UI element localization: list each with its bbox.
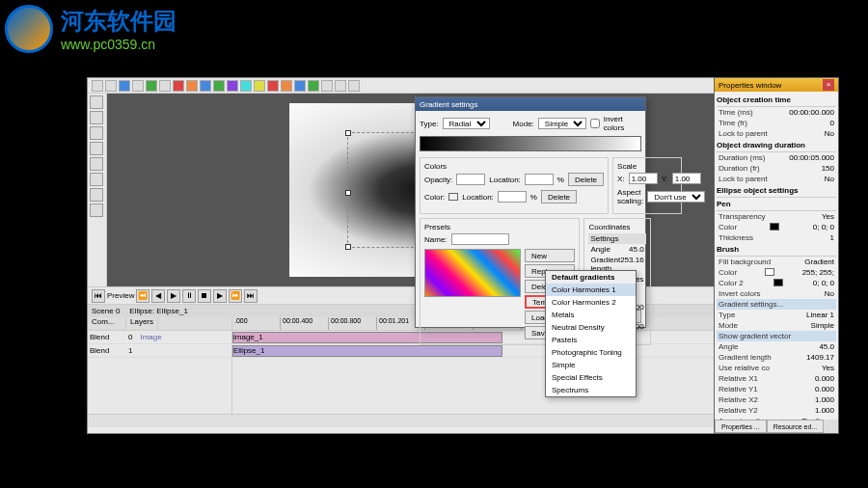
section-ellipse: Ellipse object settings <box>717 184 836 198</box>
invert-label: Invert colors <box>604 115 641 132</box>
toolbar-btn[interactable] <box>92 80 103 92</box>
aspect-select[interactable]: Don't use <box>647 191 705 203</box>
tool-btn[interactable] <box>90 111 103 124</box>
resize-handle[interactable] <box>345 130 351 136</box>
properties-tab[interactable]: Properties ... <box>715 420 767 433</box>
resize-handle[interactable] <box>345 244 351 250</box>
color-swatch[interactable] <box>773 279 783 286</box>
close-icon[interactable]: × <box>823 79 834 91</box>
type-label: Type: <box>420 120 439 128</box>
next-frame-button[interactable]: ⏩ <box>229 289 242 303</box>
dropdown-item[interactable]: Photographic Toning <box>546 346 636 359</box>
dropdown-item[interactable]: Pastels <box>546 334 636 346</box>
tool-btn[interactable] <box>90 188 103 202</box>
resource-tab[interactable]: Resource ed... <box>767 420 825 433</box>
dropdown-item[interactable]: Simple <box>546 359 636 371</box>
toolbar-btn[interactable] <box>294 80 306 92</box>
toolbar-btn[interactable] <box>173 80 184 92</box>
presets-title: Presets <box>424 223 575 231</box>
tool-btn[interactable] <box>90 142 103 155</box>
toolbar-btn[interactable] <box>186 80 198 92</box>
tool-btn[interactable] <box>90 95 103 109</box>
color-swatch[interactable] <box>448 193 458 201</box>
location-input[interactable] <box>525 174 554 185</box>
stop-button[interactable]: ⏹ <box>198 289 211 303</box>
toolbar-btn[interactable] <box>159 80 171 92</box>
dropdown-item[interactable]: Special Effects <box>546 371 636 384</box>
scene-label: Scene 0 <box>92 307 120 315</box>
pause-button[interactable]: ⏸ <box>182 289 196 303</box>
section-duration: Object drawing duration <box>717 139 836 152</box>
scale-title: Scale <box>617 162 677 171</box>
tool-btn[interactable] <box>90 126 103 140</box>
dropdown-item[interactable]: Spectrums <box>546 384 636 396</box>
section-creation: Object creation time <box>717 94 836 107</box>
delete2-button[interactable]: Delete <box>541 190 577 203</box>
toolbar-btn[interactable] <box>321 80 333 92</box>
dropdown-item[interactable]: Metals <box>546 309 636 321</box>
play-button[interactable]: ▶ <box>167 289 180 303</box>
dropdown-item[interactable]: Neutral Density <box>546 321 636 334</box>
toolbar-btn[interactable] <box>254 80 265 92</box>
scale-y-input[interactable] <box>672 173 701 184</box>
tool-btn[interactable] <box>90 157 103 171</box>
status-bar <box>88 414 780 427</box>
tool-btn[interactable] <box>90 173 103 186</box>
step-fwd-button[interactable]: ▶ <box>213 289 227 303</box>
mode-select[interactable]: Simple <box>538 118 586 129</box>
prev-frame-button[interactable]: ⏪ <box>136 289 149 303</box>
tool-palette <box>88 94 107 286</box>
toolbar-btn[interactable] <box>119 80 130 92</box>
toolbar-btn[interactable] <box>213 80 225 92</box>
watermark-logo <box>5 5 53 53</box>
toolbar-btn[interactable] <box>240 80 252 92</box>
color-swatch[interactable] <box>770 223 779 230</box>
rewind-start-button[interactable]: ⏮ <box>92 289 105 303</box>
timeline-col-header: Layers <box>126 317 158 330</box>
properties-panel: Properties window × Object creation time… <box>714 77 839 434</box>
toolbar-btn[interactable] <box>105 80 117 92</box>
toolbar-btn[interactable] <box>200 80 211 92</box>
step-back-button[interactable]: ◀ <box>151 289 165 303</box>
watermark-url: www.pc0359.cn <box>61 37 176 52</box>
preset-swatches[interactable] <box>424 249 521 297</box>
resize-handle[interactable] <box>345 190 351 196</box>
toolbar-btn[interactable] <box>267 80 279 92</box>
mode-label: Mode: <box>513 120 534 128</box>
preview-label: Preview <box>107 291 134 300</box>
toolbar-btn[interactable] <box>335 80 346 92</box>
rewind-end-button[interactable]: ⏭ <box>244 289 258 303</box>
toolbar-btn[interactable] <box>227 80 238 92</box>
opacity-input[interactable] <box>456 174 485 185</box>
colors-title: Colors <box>424 162 604 171</box>
delete-button[interactable]: Delete <box>568 173 604 186</box>
dropdown-item[interactable]: Color Harmonies 1 <box>546 284 636 296</box>
type-select[interactable]: Radial <box>443 118 490 129</box>
location2-input[interactable] <box>498 191 527 203</box>
properties-title: Properties window <box>719 81 781 90</box>
timeline-row[interactable]: Blend 0 Image <box>88 331 231 344</box>
dialog-title: Gradient settings <box>416 97 645 111</box>
watermark-title: 河东软件园 <box>61 6 176 37</box>
toolbar-btn[interactable] <box>146 80 157 92</box>
object-label: Ellipse: Ellipse_1 <box>129 307 187 315</box>
watermark: 河东软件园 www.pc0359.cn <box>5 5 176 53</box>
scale-x-input[interactable] <box>629 173 658 184</box>
coords-title: Coordinates <box>588 223 645 231</box>
section-brush: Brush <box>717 243 836 257</box>
timeline-row[interactable]: Blend 1 <box>88 344 231 358</box>
tool-btn[interactable] <box>90 203 103 217</box>
toolbar-btn[interactable] <box>281 80 292 92</box>
color-swatch[interactable] <box>765 268 774 276</box>
timeline-col-header: Com... <box>88 317 126 330</box>
preset-name-input[interactable] <box>451 233 509 245</box>
toolbar-btn[interactable] <box>132 80 144 92</box>
new-button[interactable]: New <box>525 249 575 262</box>
toolbar-btn[interactable] <box>308 80 319 92</box>
dropdown-item[interactable]: Color Harmonies 2 <box>546 296 636 309</box>
invert-checkbox[interactable] <box>590 119 600 128</box>
toolbar-btn[interactable] <box>348 80 360 92</box>
dropdown-header: Default gradients <box>546 271 636 284</box>
gradient-preview[interactable] <box>420 136 641 151</box>
templates-dropdown: Default gradients Color Harmonies 1 Colo… <box>545 270 637 397</box>
